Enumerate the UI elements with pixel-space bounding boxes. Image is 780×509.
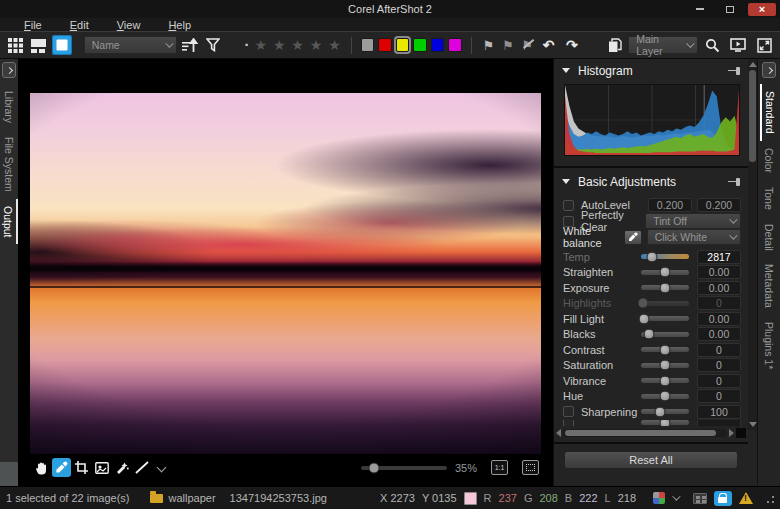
- label-swatch-gray[interactable]: [361, 38, 375, 52]
- blacks-slider-thumb[interactable]: [643, 329, 654, 340]
- fit-to-window-button[interactable]: [522, 460, 539, 475]
- vibrance-slider-track[interactable]: [641, 378, 689, 383]
- label-swatch-green[interactable]: [413, 38, 427, 52]
- exposure-slider-thumb[interactable]: [660, 282, 671, 293]
- close-button[interactable]: [748, 3, 776, 16]
- fill light-value[interactable]: 0.00: [697, 312, 741, 326]
- autolevel-checkbox[interactable]: [563, 200, 574, 211]
- tool-options-chevron-icon[interactable]: [157, 463, 167, 473]
- highlights-value[interactable]: 0: [697, 296, 741, 310]
- white-balance-dropper-button[interactable]: [624, 230, 642, 245]
- sharpening-slider-thumb[interactable]: [655, 406, 666, 417]
- zoom-slider[interactable]: [361, 466, 447, 470]
- label-swatch-blue[interactable]: [431, 38, 445, 52]
- contrast-slider-thumb[interactable]: [660, 344, 671, 355]
- autolevel-value-1[interactable]: 0.200: [648, 198, 692, 212]
- scroll-down-arrow-icon[interactable]: [749, 422, 757, 427]
- histogram-header[interactable]: Histogram: [554, 59, 748, 82]
- filter-button[interactable]: [204, 35, 223, 55]
- filename[interactable]: 1347194253753.jpg: [230, 492, 327, 504]
- autolevel-value-2[interactable]: 0.200: [697, 198, 741, 212]
- exposure-slider-track[interactable]: [641, 285, 689, 290]
- hue-slider-track[interactable]: [641, 394, 689, 399]
- flag-reject-icon[interactable]: [500, 36, 515, 54]
- hue-slider-thumb[interactable]: [660, 391, 671, 402]
- scroll-up-arrow-icon[interactable]: [749, 62, 757, 67]
- white-balance-dropper-tool-button[interactable]: [52, 458, 71, 477]
- tab-detail[interactable]: Detail: [761, 217, 777, 258]
- scroll-left-arrow-icon[interactable]: [556, 429, 561, 437]
- chevron-down-icon[interactable]: [672, 492, 680, 500]
- hue-value[interactable]: 0: [697, 389, 741, 403]
- tab-color[interactable]: Color: [761, 141, 777, 180]
- saturation-slider-thumb[interactable]: [660, 360, 671, 371]
- slideshow-button[interactable]: [728, 35, 748, 55]
- collapse-triangle-icon[interactable]: [562, 68, 570, 73]
- redeye-tool-button[interactable]: [92, 458, 111, 477]
- star-rating-5[interactable]: [327, 36, 341, 54]
- proof-icon[interactable]: [693, 493, 707, 504]
- sort-field-dropdown[interactable]: Name: [84, 36, 177, 54]
- tab-library[interactable]: Library: [1, 84, 17, 130]
- slider-track[interactable]: [641, 420, 689, 425]
- exposure-value[interactable]: 0.00: [697, 281, 741, 295]
- left-panel-expand-button[interactable]: [2, 62, 16, 78]
- vscroll-thumb[interactable]: [749, 70, 756, 162]
- straighten-slider-track[interactable]: [641, 270, 689, 275]
- thumbnail-grid-view-button[interactable]: [6, 35, 25, 55]
- checkbox[interactable]: [563, 420, 574, 426]
- photo-sunset-preview[interactable]: [30, 93, 541, 454]
- heal-tool-button[interactable]: [112, 458, 131, 477]
- contrast-value[interactable]: 0: [697, 343, 741, 357]
- highlights-slider-track[interactable]: [641, 301, 689, 306]
- layer-dropdown[interactable]: Main Layer: [628, 36, 698, 54]
- label-swatch-magenta[interactable]: [448, 38, 462, 52]
- crop-tool-button[interactable]: [72, 458, 91, 477]
- flag-clear-icon[interactable]: [520, 36, 535, 54]
- minimize-button[interactable]: [688, 3, 712, 16]
- tab-plugins[interactable]: Plugins 1*: [761, 315, 777, 376]
- star-rating-1[interactable]: [254, 36, 268, 54]
- basic-adjustments-header[interactable]: Basic Adjustments: [554, 170, 748, 193]
- saturation-slider-track[interactable]: [641, 363, 689, 368]
- actual-size-button[interactable]: 1:1: [491, 460, 508, 475]
- white-balance-dropdown[interactable]: Click White: [647, 229, 741, 245]
- menu-edit[interactable]: Edit: [56, 19, 103, 31]
- menu-help[interactable]: Help: [154, 19, 205, 31]
- rating-none-dot[interactable]: [245, 36, 250, 54]
- layers-button[interactable]: [605, 35, 624, 55]
- pin-icon[interactable]: [728, 67, 740, 75]
- redo-button[interactable]: [562, 35, 581, 55]
- saturation-value[interactable]: 0: [697, 358, 741, 372]
- reset-all-button[interactable]: Reset All: [564, 451, 738, 469]
- menu-file[interactable]: File: [10, 19, 56, 31]
- lock-button[interactable]: [714, 491, 732, 506]
- temp-slider-thumb[interactable]: [646, 251, 657, 262]
- straighten-value[interactable]: 0.00: [697, 265, 741, 279]
- sharpening-value[interactable]: 100: [697, 405, 741, 419]
- vibrance-value[interactable]: 0: [697, 374, 741, 388]
- right-panel-collapse-button[interactable]: [762, 62, 776, 78]
- slider-thumb[interactable]: [660, 420, 671, 426]
- filmstrip-view-button[interactable]: [29, 35, 48, 55]
- flag-pick-icon[interactable]: [481, 36, 496, 54]
- sharpening-slider-track[interactable]: [641, 409, 689, 414]
- color-profile-icon[interactable]: [653, 492, 665, 504]
- label-swatch-yellow[interactable]: [396, 38, 410, 52]
- zoom-slider-thumb[interactable]: [368, 462, 379, 473]
- blacks-slider-track[interactable]: [641, 332, 689, 337]
- temp-slider-track[interactable]: [641, 254, 689, 259]
- sort-direction-button[interactable]: [181, 35, 200, 55]
- fill light-slider-thumb[interactable]: [638, 313, 649, 324]
- hscroll-track[interactable]: [563, 429, 727, 437]
- fill light-slider-track[interactable]: [641, 316, 689, 321]
- contrast-slider-track[interactable]: [641, 347, 689, 352]
- tab-tone[interactable]: Tone: [761, 180, 777, 217]
- single-image-view-button[interactable]: [52, 35, 71, 55]
- tab-output[interactable]: Output: [0, 199, 18, 245]
- fullscreen-button[interactable]: [754, 35, 774, 55]
- pin-icon[interactable]: [728, 178, 740, 186]
- collapse-triangle-icon[interactable]: [562, 179, 570, 184]
- maximize-button[interactable]: [718, 3, 742, 16]
- temp-value[interactable]: 2817: [697, 250, 741, 264]
